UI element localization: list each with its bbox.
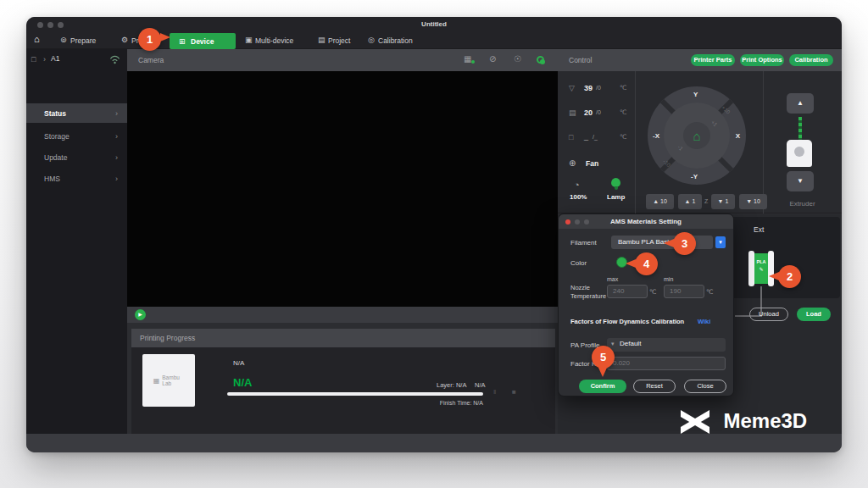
sidebar: □ › A1 Status › Storage › Update › HMS ›: [26, 49, 127, 434]
z-axis-label: Z: [704, 198, 708, 204]
bed-temp-target: /0: [596, 109, 601, 115]
sd-status-dot: [471, 60, 475, 64]
jog-x-plus[interactable]: X: [736, 132, 740, 140]
bed-icon: ▤: [569, 108, 576, 117]
xy-jog-pad[interactable]: +10 +1 -1 -10 Y X -Y -X ⌂: [648, 86, 746, 185]
job-status: N/A: [233, 376, 252, 389]
home-icon[interactable]: ⌂: [34, 34, 40, 44]
flow-dynamics-heading: Factors of Flow Dynamics Calibration: [570, 318, 684, 325]
wifi-icon: [109, 55, 120, 64]
z-up-1-button[interactable]: ▲ 1: [678, 194, 702, 209]
finish-time: Finish Time: N/A: [420, 400, 483, 406]
play-button[interactable]: ▶: [135, 309, 146, 320]
sidebar-item-update[interactable]: Update: [44, 153, 67, 162]
jog-y-minus[interactable]: -Y: [691, 173, 698, 180]
window-bottom-strip: [26, 434, 842, 452]
meme3d-logo-icon: [681, 408, 709, 434]
tab-project[interactable]: Project: [328, 36, 350, 45]
close-button[interactable]: Close: [684, 380, 726, 393]
progress-panel-body: ▦ Bambu Lab N/A N/A Layer: N/A N/A ‖ ■ F…: [131, 347, 555, 434]
progress-bar: [227, 392, 483, 396]
divider: [763, 71, 764, 214]
dialog-titlebar: AMS Materials Setting: [559, 214, 733, 229]
printer-parts-button[interactable]: Printer Parts: [691, 54, 735, 66]
min-label: min: [664, 276, 673, 282]
tab-prepare[interactable]: Prepare: [70, 36, 96, 45]
lamp-label: Lamp: [607, 193, 625, 201]
speed-gauge-icon[interactable]: ◔: [574, 180, 580, 190]
confirm-button[interactable]: Confirm: [579, 380, 626, 393]
printer-chevron-icon: ›: [43, 55, 46, 64]
jog-y-plus[interactable]: Y: [693, 91, 698, 98]
bambu-logo-text: Bambu Lab: [162, 374, 184, 386]
fan-label: Fan: [586, 159, 598, 168]
wiki-link[interactable]: Wiki: [698, 318, 710, 325]
stop-icon[interactable]: ■: [512, 388, 516, 396]
tab-calibration[interactable]: Calibration: [378, 36, 413, 45]
filament-select[interactable]: Bambu PLA Basic: [611, 236, 713, 249]
spool-flange: [748, 251, 754, 286]
annotation-pin-2: 2: [778, 265, 801, 288]
factor-k-input[interactable]: 0.020: [607, 357, 726, 370]
jog-x-minus[interactable]: -X: [653, 132, 659, 140]
color-label: Color: [570, 259, 587, 267]
nozzle-temp-unit: ℃: [620, 84, 626, 92]
sidebar-item-status-label: Status: [44, 109, 66, 118]
nozzle-temp-value: 39: [584, 84, 593, 92]
reset-button[interactable]: Reset: [633, 380, 676, 393]
chevron-down-icon: ▾: [611, 341, 615, 347]
extruder-up-button[interactable]: ▲: [787, 93, 814, 114]
pa-profile-select[interactable]: ▾ Default: [607, 338, 726, 352]
unload-button[interactable]: Unload: [749, 308, 788, 321]
z-up-10-button[interactable]: ▲ 10: [646, 194, 674, 209]
min-temp-unit: ℃: [706, 288, 713, 296]
sidebar-item-status[interactable]: [26, 103, 127, 123]
record-dot: [540, 59, 545, 64]
max-temp-input[interactable]: 240: [607, 285, 648, 298]
ext-spool-panel: Ext PLA ✎: [721, 217, 840, 298]
load-button[interactable]: Load: [797, 308, 831, 321]
min-temp-input[interactable]: 190: [664, 285, 704, 298]
camera-view: [127, 71, 558, 307]
fan-icon[interactable]: ⊕: [569, 158, 576, 168]
nozzle-icon: ▽: [569, 84, 575, 92]
chamber-temp-value: _: [584, 133, 588, 141]
chamber-icon: □: [569, 133, 573, 141]
printer-selector[interactable]: □ › A1: [26, 49, 127, 69]
camera-toolbar: ▶: [127, 307, 558, 323]
home-xy-icon: ⌂: [693, 129, 700, 143]
nozzle-temp-label-2: Temperature: [570, 292, 606, 300]
tab-device[interactable]: ⊞ Device: [170, 33, 236, 49]
video-off-icon[interactable]: ⊘: [489, 54, 496, 64]
extruder-label: Extruder: [763, 200, 842, 208]
webcam-icon[interactable]: ☉: [514, 54, 521, 64]
sidebar-item-hms[interactable]: HMS: [44, 175, 60, 183]
sidebar-item-storage[interactable]: Storage: [44, 132, 70, 141]
filament-dropdown-button[interactable]: ▾: [715, 236, 726, 248]
ext-panel-title: Ext: [754, 225, 764, 234]
home-button[interactable]: ⌂: [683, 122, 710, 149]
pause-icon[interactable]: ‖: [493, 388, 496, 396]
window-title: Untitled: [26, 20, 842, 28]
record-icon[interactable]: [537, 56, 544, 64]
bambu-logo-icon: ▦: [153, 377, 160, 385]
extruder-gear-icon: [794, 147, 804, 157]
calibration-icon: ◎: [368, 36, 375, 44]
filament-label: Filament: [570, 239, 597, 247]
dialog-title: AMS Materials Setting: [559, 218, 733, 225]
prepare-icon: ⊚: [60, 36, 67, 44]
print-options-button[interactable]: Print Options: [740, 54, 784, 66]
printer-icon: □: [31, 55, 36, 64]
z-down-1-button[interactable]: ▼ 1: [711, 194, 735, 209]
tab-multi-device[interactable]: Multi-device: [255, 36, 293, 45]
filament-spool[interactable]: PLA ✎: [748, 251, 774, 286]
bed-temp-unit: ℃: [620, 108, 626, 116]
speed-value: 100%: [570, 193, 587, 201]
nozzle-temp-label-1: Nozzle: [570, 284, 590, 291]
printer-name: A1: [51, 54, 59, 63]
annotation-pin-5: 5: [592, 346, 615, 369]
extruder-down-button[interactable]: ▼: [787, 171, 814, 191]
chevron-right-icon: ›: [115, 175, 118, 183]
calibration-button[interactable]: Calibration: [789, 54, 833, 66]
edit-icon[interactable]: ✎: [754, 266, 768, 272]
